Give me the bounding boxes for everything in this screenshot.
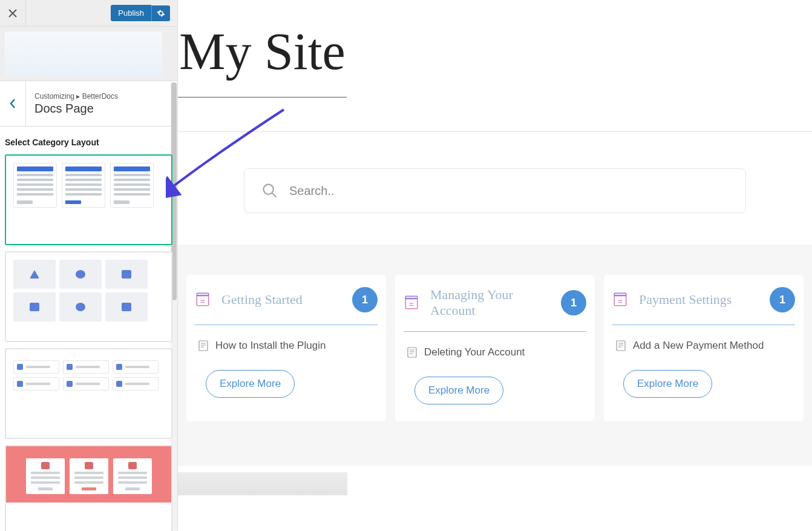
article-item[interactable]: Add a New Payment Method bbox=[616, 340, 795, 352]
svg-point-0 bbox=[264, 185, 273, 194]
preview-frame: My Site Getting Started 1 bbox=[178, 0, 812, 531]
svg-rect-9 bbox=[617, 341, 625, 351]
folder-icon bbox=[404, 294, 419, 311]
count-badge: 1 bbox=[561, 290, 586, 315]
category-cards: Getting Started 1 How to Install the Plu… bbox=[178, 245, 812, 466]
search-area bbox=[178, 132, 812, 245]
category-card: Getting Started 1 How to Install the Plu… bbox=[186, 275, 386, 421]
back-button[interactable] bbox=[0, 81, 26, 126]
customizer-sidebar: Publish Customizing ▸ BetterDocs Docs Pa… bbox=[0, 0, 178, 531]
article-item[interactable]: How to Install the Plugin bbox=[198, 340, 378, 352]
count-badge: 1 bbox=[352, 287, 378, 312]
panel-title: Docs Page bbox=[34, 102, 118, 116]
panel-header: Customizing ▸ BetterDocs Docs Page bbox=[0, 81, 177, 127]
category-card: Payment Settings 1 Add a New Payment Met… bbox=[604, 275, 804, 421]
article-item[interactable]: Deleting Your Account bbox=[407, 346, 586, 358]
svg-rect-8 bbox=[614, 293, 626, 295]
svg-rect-2 bbox=[197, 293, 209, 295]
panel-body: Select Category Layout bbox=[0, 127, 177, 531]
section-label: Select Category Layout bbox=[5, 137, 172, 147]
site-preview-thumbnail bbox=[0, 27, 177, 81]
layout-option-2[interactable] bbox=[5, 251, 172, 342]
explore-more-button[interactable]: Explore More bbox=[206, 370, 295, 398]
gear-icon bbox=[157, 9, 165, 18]
site-title: My Site bbox=[178, 0, 347, 97]
explore-more-button[interactable]: Explore More bbox=[623, 370, 712, 398]
publish-button[interactable]: Publish bbox=[111, 5, 151, 21]
breadcrumb: Customizing ▸ BetterDocs bbox=[34, 92, 118, 101]
layout-option-4[interactable] bbox=[5, 445, 172, 531]
close-icon bbox=[8, 9, 17, 18]
sidebar-toolbar: Publish bbox=[0, 0, 177, 27]
article-title: Add a New Payment Method bbox=[633, 340, 764, 352]
layout-option-1[interactable] bbox=[5, 154, 172, 245]
category-card: Managing Your Account 1 Deleting Your Ac… bbox=[395, 275, 595, 421]
svg-rect-3 bbox=[199, 341, 208, 351]
document-icon bbox=[198, 340, 208, 351]
count-badge: 1 bbox=[770, 287, 795, 312]
document-icon bbox=[407, 347, 417, 358]
search-box[interactable] bbox=[244, 168, 746, 213]
svg-rect-6 bbox=[408, 348, 416, 357]
search-icon bbox=[261, 182, 278, 199]
category-title: Getting Started bbox=[221, 292, 341, 308]
search-input[interactable] bbox=[289, 184, 729, 198]
folder-icon bbox=[195, 291, 211, 308]
folder-icon bbox=[612, 291, 628, 308]
publish-settings-button[interactable] bbox=[151, 5, 170, 21]
category-title: Managing Your Account bbox=[430, 287, 550, 319]
svg-rect-5 bbox=[405, 297, 417, 299]
footer-stub bbox=[178, 472, 347, 495]
layout-option-3[interactable] bbox=[5, 348, 172, 439]
chevron-left-icon bbox=[9, 98, 16, 109]
document-icon bbox=[616, 340, 626, 351]
close-button[interactable] bbox=[0, 0, 26, 27]
explore-more-button[interactable]: Explore More bbox=[414, 377, 503, 404]
article-title: How to Install the Plugin bbox=[215, 340, 326, 352]
article-title: Deleting Your Account bbox=[424, 346, 525, 358]
category-title: Payment Settings bbox=[639, 292, 759, 308]
